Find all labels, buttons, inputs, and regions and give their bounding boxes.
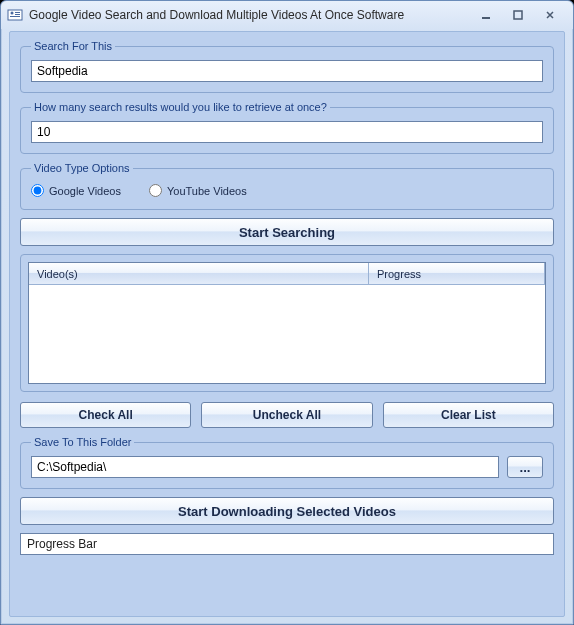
svg-rect-3 bbox=[15, 14, 20, 15]
minimize-button[interactable] bbox=[475, 8, 497, 22]
search-legend: Search For This bbox=[31, 40, 115, 52]
svg-point-1 bbox=[11, 12, 14, 15]
titlebar[interactable]: Google Video Search and Download Multipl… bbox=[1, 1, 573, 29]
browse-folder-button[interactable]: ... bbox=[507, 456, 543, 478]
svg-rect-4 bbox=[10, 16, 20, 17]
video-type-radio-row: Google Videos YouTube Videos bbox=[31, 182, 543, 199]
start-downloading-button[interactable]: Start Downloading Selected Videos bbox=[20, 497, 554, 525]
search-group: Search For This bbox=[20, 40, 554, 93]
app-icon bbox=[7, 7, 23, 23]
radio-youtube-label: YouTube Videos bbox=[167, 185, 247, 197]
save-folder-input[interactable] bbox=[31, 456, 499, 478]
uncheck-all-button[interactable]: Uncheck All bbox=[201, 402, 372, 428]
app-window: Google Video Search and Download Multipl… bbox=[0, 0, 574, 625]
results-count-input[interactable] bbox=[31, 121, 543, 143]
column-videos[interactable]: Video(s) bbox=[29, 263, 369, 284]
results-count-group: How many search results would you like t… bbox=[20, 101, 554, 154]
clear-list-button[interactable]: Clear List bbox=[383, 402, 554, 428]
progress-bar: Progress Bar bbox=[20, 533, 554, 555]
radio-google-videos-input[interactable] bbox=[31, 184, 44, 197]
results-listview[interactable]: Video(s) Progress bbox=[28, 262, 546, 384]
close-button[interactable] bbox=[539, 8, 561, 22]
save-folder-group: Save To This Folder ... bbox=[20, 436, 554, 489]
listview-body[interactable] bbox=[29, 285, 545, 384]
listview-header: Video(s) Progress bbox=[29, 263, 545, 285]
progress-bar-label: Progress Bar bbox=[27, 537, 97, 551]
radio-google-videos[interactable]: Google Videos bbox=[31, 184, 121, 197]
radio-youtube-videos-input[interactable] bbox=[149, 184, 162, 197]
radio-google-label: Google Videos bbox=[49, 185, 121, 197]
list-action-row: Check All Uncheck All Clear List bbox=[20, 402, 554, 428]
radio-youtube-videos[interactable]: YouTube Videos bbox=[149, 184, 247, 197]
results-legend: How many search results would you like t… bbox=[31, 101, 330, 113]
results-list-panel: Video(s) Progress bbox=[20, 254, 554, 392]
video-type-group: Video Type Options Google Videos YouTube… bbox=[20, 162, 554, 210]
client-area: Search For This How many search results … bbox=[9, 31, 565, 617]
search-input[interactable] bbox=[31, 60, 543, 82]
maximize-button[interactable] bbox=[507, 8, 529, 22]
svg-rect-2 bbox=[15, 12, 20, 13]
window-controls bbox=[475, 8, 567, 22]
column-progress[interactable]: Progress bbox=[369, 263, 545, 284]
svg-rect-5 bbox=[482, 17, 490, 19]
folder-row: ... bbox=[31, 456, 543, 478]
window-title: Google Video Search and Download Multipl… bbox=[29, 8, 475, 22]
video-type-legend: Video Type Options bbox=[31, 162, 133, 174]
start-searching-button[interactable]: Start Searching bbox=[20, 218, 554, 246]
save-folder-legend: Save To This Folder bbox=[31, 436, 134, 448]
svg-rect-6 bbox=[514, 11, 522, 19]
check-all-button[interactable]: Check All bbox=[20, 402, 191, 428]
